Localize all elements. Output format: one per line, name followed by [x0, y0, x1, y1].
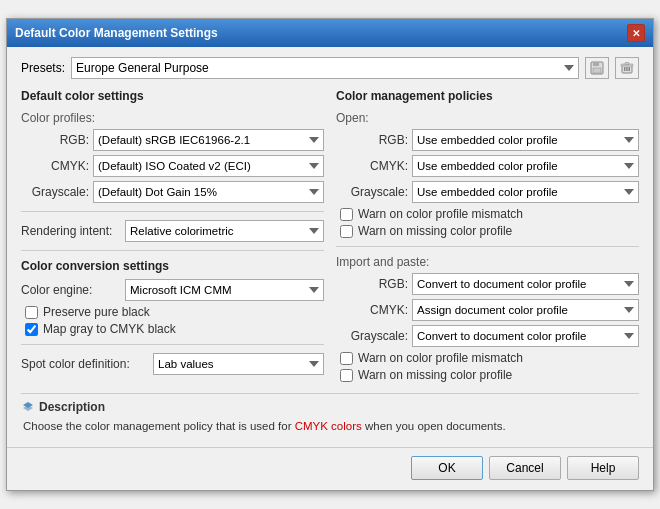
- close-button[interactable]: ✕: [627, 24, 645, 42]
- desc-text-highlight: CMYK colors: [295, 420, 362, 432]
- open-cmyk-select[interactable]: Use embedded color profile: [412, 155, 639, 177]
- cancel-button[interactable]: Cancel: [489, 456, 561, 480]
- warn-missing-open-checkbox[interactable]: [340, 225, 353, 238]
- warn-mismatch-import-checkbox[interactable]: [340, 352, 353, 365]
- ok-button[interactable]: OK: [411, 456, 483, 480]
- import-cmyk-row: CMYK: Assign document color profile: [336, 299, 639, 321]
- open-rgb-select[interactable]: Use embedded color profile: [412, 129, 639, 151]
- svg-rect-6: [629, 67, 631, 71]
- preserve-pure-black-label: Preserve pure black: [43, 305, 150, 319]
- title-bar-controls: ✕: [627, 24, 645, 42]
- import-rgb-select[interactable]: Convert to document color profile: [412, 273, 639, 295]
- color-engine-row: Color engine: Microsoft ICM CMM: [21, 279, 324, 301]
- warn-missing-import-checkbox[interactable]: [340, 369, 353, 382]
- spot-color-row: Spot color definition: Lab values: [21, 353, 324, 375]
- dialog-window: Default Color Management Settings ✕ Pres…: [6, 18, 654, 490]
- warn-missing-import-label: Warn on missing color profile: [358, 368, 512, 382]
- main-columns: Default color settings Color profiles: R…: [21, 89, 639, 385]
- svg-rect-4: [624, 67, 626, 71]
- rgb-field-row: RGB: (Default) sRGB IEC61966-2.1: [21, 129, 324, 151]
- preserve-pure-black-checkbox[interactable]: [25, 306, 38, 319]
- color-engine-select[interactable]: Microsoft ICM CMM: [125, 279, 324, 301]
- desc-text-before: Choose the color management policy that …: [23, 420, 291, 432]
- warn-mismatch-open-checkbox[interactable]: [340, 208, 353, 221]
- open-grayscale-row: Grayscale: Use embedded color profile: [336, 181, 639, 203]
- import-rgb-row: RGB: Convert to document color profile: [336, 273, 639, 295]
- delete-preset-button[interactable]: [615, 57, 639, 79]
- rendering-intent-label: Rendering intent:: [21, 224, 121, 238]
- rendering-intent-row: Rendering intent: Relative colorimetric: [21, 220, 324, 242]
- color-profiles-label: Color profiles:: [21, 111, 324, 125]
- grayscale-field-row: Grayscale: (Default) Dot Gain 15%: [21, 181, 324, 203]
- dialog-title: Default Color Management Settings: [15, 26, 218, 40]
- presets-select[interactable]: Europe General Purpose: [71, 57, 579, 79]
- open-cmyk-label: CMYK:: [336, 159, 408, 173]
- map-gray-row: Map gray to CMYK black: [25, 322, 324, 336]
- left-column: Default color settings Color profiles: R…: [21, 89, 324, 385]
- desc-text-after: when you open documents.: [365, 420, 506, 432]
- grayscale-label: Grayscale:: [21, 185, 89, 199]
- description-text: Choose the color management policy that …: [23, 418, 639, 434]
- description-icon: [21, 400, 35, 414]
- description-title: Description: [39, 400, 105, 414]
- map-gray-checkbox[interactable]: [25, 323, 38, 336]
- save-preset-button[interactable]: [585, 57, 609, 79]
- warn-missing-open-row: Warn on missing color profile: [340, 224, 639, 238]
- open-rgb-label: RGB:: [336, 133, 408, 147]
- svg-rect-1: [593, 62, 599, 66]
- import-grayscale-label: Grayscale:: [336, 329, 408, 343]
- spot-color-label: Spot color definition:: [21, 357, 149, 371]
- color-engine-label: Color engine:: [21, 283, 121, 297]
- rgb-profile-select[interactable]: (Default) sRGB IEC61966-2.1: [93, 129, 324, 151]
- cmyk-field-row: CMYK: (Default) ISO Coated v2 (ECI): [21, 155, 324, 177]
- right-column: Color management policies Open: RGB: Use…: [336, 89, 639, 385]
- open-rgb-row: RGB: Use embedded color profile: [336, 129, 639, 151]
- cmyk-profile-select[interactable]: (Default) ISO Coated v2 (ECI): [93, 155, 324, 177]
- open-grayscale-select[interactable]: Use embedded color profile: [412, 181, 639, 203]
- import-grayscale-row: Grayscale: Convert to document color pro…: [336, 325, 639, 347]
- open-cmyk-row: CMYK: Use embedded color profile: [336, 155, 639, 177]
- default-color-settings-title: Default color settings: [21, 89, 324, 103]
- preserve-pure-black-row: Preserve pure black: [25, 305, 324, 319]
- svg-rect-2: [593, 68, 601, 73]
- import-paste-label: Import and paste:: [336, 255, 639, 269]
- description-header: Description: [21, 400, 639, 414]
- grayscale-profile-select[interactable]: (Default) Dot Gain 15%: [93, 181, 324, 203]
- help-button[interactable]: Help: [567, 456, 639, 480]
- warn-missing-import-row: Warn on missing color profile: [340, 368, 639, 382]
- open-grayscale-label: Grayscale:: [336, 185, 408, 199]
- title-bar: Default Color Management Settings ✕: [7, 19, 653, 47]
- svg-rect-8: [625, 63, 629, 65]
- presets-row: Presets: Europe General Purpose: [21, 57, 639, 79]
- rendering-intent-select[interactable]: Relative colorimetric: [125, 220, 324, 242]
- map-gray-label: Map gray to CMYK black: [43, 322, 176, 336]
- warn-mismatch-import-row: Warn on color profile mismatch: [340, 351, 639, 365]
- import-rgb-label: RGB:: [336, 277, 408, 291]
- description-section: Description Choose the color management …: [21, 393, 639, 434]
- import-cmyk-select[interactable]: Assign document color profile: [412, 299, 639, 321]
- spot-color-select[interactable]: Lab values: [153, 353, 324, 375]
- svg-rect-5: [626, 67, 628, 71]
- cmyk-label: CMYK:: [21, 159, 89, 173]
- import-cmyk-label: CMYK:: [336, 303, 408, 317]
- warn-mismatch-open-label: Warn on color profile mismatch: [358, 207, 523, 221]
- footer: OK Cancel Help: [7, 447, 653, 490]
- color-mgmt-policies-title: Color management policies: [336, 89, 639, 103]
- presets-label: Presets:: [21, 61, 65, 75]
- import-grayscale-select[interactable]: Convert to document color profile: [412, 325, 639, 347]
- warn-mismatch-open-row: Warn on color profile mismatch: [340, 207, 639, 221]
- dialog-body: Presets: Europe General Purpose: [7, 47, 653, 442]
- warn-mismatch-import-label: Warn on color profile mismatch: [358, 351, 523, 365]
- color-conversion-title: Color conversion settings: [21, 259, 324, 273]
- open-label: Open:: [336, 111, 639, 125]
- warn-missing-open-label: Warn on missing color profile: [358, 224, 512, 238]
- rgb-label: RGB:: [21, 133, 89, 147]
